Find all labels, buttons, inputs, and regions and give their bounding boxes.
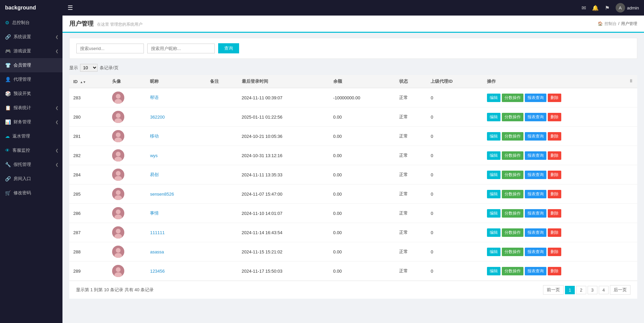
cell-parent-id: 0: [427, 107, 483, 127]
report-button[interactable]: 报表查询: [525, 113, 546, 121]
cell-last-login: 2024-10-21 10:05:36: [238, 127, 329, 146]
svg-point-22: [116, 229, 121, 233]
search-userid-input[interactable]: [76, 44, 144, 53]
sidebar-item-refund-management[interactable]: ☁ 返水管理: [0, 129, 62, 143]
sidebar-item-change-password[interactable]: 🛒 修改密码: [0, 186, 62, 200]
action-buttons: 编辑 分数操作 报表查询 删除: [487, 94, 633, 102]
score-button[interactable]: 分数操作: [502, 248, 523, 256]
table-row: 281 移动 2024-10-21 10:05:36 0.00 正常 0 编辑: [69, 127, 637, 146]
action-buttons: 编辑 分数操作 报表查询 删除: [487, 190, 633, 198]
sidebar-label-report-stats: 报表统计: [14, 105, 31, 111]
score-button[interactable]: 分数操作: [502, 228, 523, 237]
delete-button[interactable]: 删除: [548, 209, 561, 218]
cell-balance: 0.00: [329, 107, 395, 127]
page-btn-3[interactable]: 3: [588, 286, 597, 294]
content-area: 用户管理 在这里 管理您的系统用户 🏠 控制台 / 用户管理 查询 显示 1: [62, 16, 644, 323]
sidebar-item-dashboard[interactable]: ⚙ 总控制台: [0, 16, 62, 30]
delete-button[interactable]: 删除: [548, 248, 561, 256]
sidebar-item-customer-monitor[interactable]: 👁 客服监控 ❮: [0, 143, 62, 157]
sidebar-label-member-management: 会员管理: [14, 62, 31, 68]
page-btn-2[interactable]: 2: [576, 286, 586, 294]
cell-avatar: [108, 204, 146, 223]
table-row: 280 362200 2025-01-11 01:22:56 0.00 正常 0…: [69, 107, 637, 127]
delete-button[interactable]: 删除: [548, 171, 561, 179]
report-button[interactable]: 报表查询: [525, 228, 546, 237]
score-button[interactable]: 分数操作: [502, 190, 523, 198]
bell-icon[interactable]: 🔔: [592, 5, 599, 11]
cell-balance: 0.00: [329, 242, 395, 262]
cell-nickname: asassa: [146, 242, 206, 262]
report-button[interactable]: 报表查询: [525, 132, 546, 141]
sidebar-item-agent-management[interactable]: 👤 代理管理: [0, 72, 62, 86]
cell-avatar: [108, 242, 146, 262]
sidebar-icon-room-entrance: 🔗: [5, 176, 11, 181]
breadcrumb-home[interactable]: 控制台: [604, 21, 617, 27]
sidebar-arrow-game-settings: ❮: [55, 49, 58, 53]
score-button[interactable]: 分数操作: [502, 113, 523, 121]
report-button[interactable]: 报表查询: [525, 171, 546, 179]
avatar: A: [616, 3, 625, 13]
delete-button[interactable]: 删除: [548, 113, 561, 121]
sort-id-icon[interactable]: ▲▼: [80, 81, 86, 84]
next-page-button[interactable]: 后一页: [610, 285, 630, 295]
delete-button[interactable]: 删除: [548, 228, 561, 237]
delete-button[interactable]: 删除: [548, 94, 561, 102]
edit-button[interactable]: 编辑: [487, 113, 500, 121]
edit-button[interactable]: 编辑: [487, 151, 500, 160]
sidebar-item-member-management[interactable]: 👕 会员管理: [0, 58, 62, 72]
search-nickname-input[interactable]: [147, 44, 215, 53]
mail-icon[interactable]: ✉: [582, 5, 586, 11]
score-button[interactable]: 分数操作: [502, 94, 523, 102]
breadcrumb-icon: 🏠: [598, 21, 603, 26]
user-menu[interactable]: A admin: [616, 3, 639, 13]
report-button[interactable]: 报表查询: [525, 94, 546, 102]
cell-avatar: [108, 146, 146, 165]
avatar-img: [112, 149, 124, 162]
table-row: 289 123456 2024-11-17 15:50:03 0.00 正常 0…: [69, 262, 637, 281]
prev-page-button[interactable]: 前一页: [543, 285, 564, 295]
cell-status: 正常: [395, 242, 427, 262]
cell-id: 280: [69, 107, 108, 127]
flag-icon[interactable]: ⚑: [605, 5, 610, 11]
edit-button[interactable]: 编辑: [487, 248, 500, 256]
table-row: 284 易创 2024-11-11 13:35:33 0.00 正常 0 编辑: [69, 165, 637, 184]
delete-button[interactable]: 删除: [548, 190, 561, 198]
edit-button[interactable]: 编辑: [487, 228, 500, 237]
edit-button[interactable]: 编辑: [487, 190, 500, 198]
per-page-select[interactable]: 10 25 50 100: [80, 64, 98, 72]
cell-note: [206, 165, 238, 184]
report-button[interactable]: 报表查询: [525, 209, 546, 218]
report-button[interactable]: 报表查询: [525, 248, 546, 256]
sidebar-item-game-settings[interactable]: 🎮 游戏设置 ❮: [0, 44, 62, 58]
sidebar-item-system-settings[interactable]: 🔗 系统设置 ❮: [0, 30, 62, 44]
hamburger-icon[interactable]: ☰: [68, 4, 73, 11]
edit-button[interactable]: 编辑: [487, 267, 500, 275]
delete-button[interactable]: 删除: [548, 267, 561, 275]
score-button[interactable]: 分数操作: [502, 132, 523, 141]
score-button[interactable]: 分数操作: [502, 267, 523, 275]
edit-button[interactable]: 编辑: [487, 209, 500, 218]
sidebar-item-report-stats[interactable]: 📋 报表统计 ❮: [0, 101, 62, 115]
edit-button[interactable]: 编辑: [487, 171, 500, 179]
score-button[interactable]: 分数操作: [502, 151, 523, 160]
search-button[interactable]: 查询: [218, 43, 239, 53]
score-button[interactable]: 分数操作: [502, 209, 523, 218]
report-button[interactable]: 报表查询: [525, 190, 546, 198]
page-btn-1[interactable]: 1: [565, 286, 575, 294]
sidebar-item-lottery-preview[interactable]: 🎲 预设开奖: [0, 86, 62, 101]
edit-button[interactable]: 编辑: [487, 132, 500, 141]
page-btn-4[interactable]: 4: [599, 286, 609, 294]
cell-id: 285: [69, 184, 108, 204]
sidebar-item-fake-management[interactable]: 🔧 假托管理 ❮: [0, 157, 62, 172]
sidebar-item-finance-management[interactable]: 📊 财务管理 ❮: [0, 115, 62, 129]
svg-point-16: [116, 190, 121, 195]
report-button[interactable]: 报表查询: [525, 151, 546, 160]
score-button[interactable]: 分数操作: [502, 171, 523, 179]
report-button[interactable]: 报表查询: [525, 267, 546, 275]
table-row: 282 wys 2024-10-31 13:12:16 0.00 正常 0 编辑: [69, 146, 637, 165]
delete-button[interactable]: 删除: [548, 151, 561, 160]
delete-button[interactable]: 删除: [548, 132, 561, 141]
sidebar-item-room-entrance[interactable]: 🔗 房间入口: [0, 172, 62, 186]
action-buttons: 编辑 分数操作 报表查询 删除: [487, 267, 633, 275]
edit-button[interactable]: 编辑: [487, 94, 500, 102]
